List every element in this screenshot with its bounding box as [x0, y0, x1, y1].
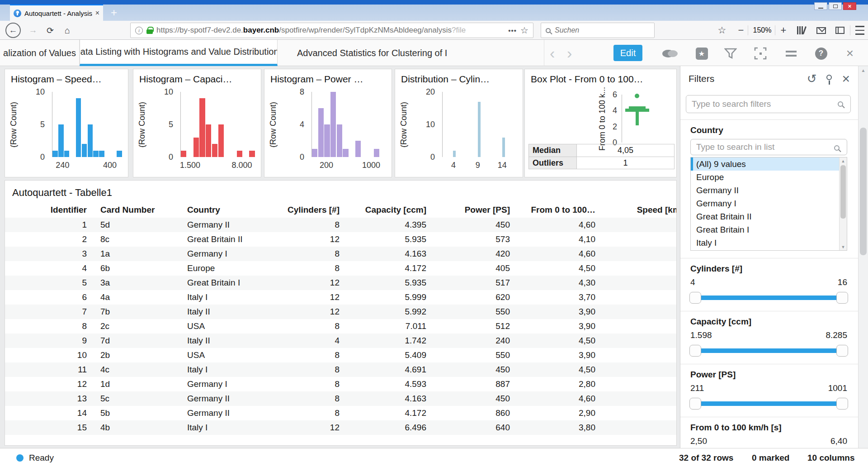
table-row[interactable]: 102bUSA85.4095503,903 — [5, 348, 677, 362]
column-header[interactable]: Cylinders [#] — [276, 202, 340, 218]
histogram-bar[interactable] — [93, 151, 99, 157]
table-row[interactable]: 28cGreat Britain II125.9355734,102 — [5, 232, 677, 247]
histogram-bar[interactable] — [52, 151, 58, 157]
table-row[interactable]: 97dItaly II41.7422404,502 — [5, 334, 677, 348]
boxplot-area[interactable] — [622, 95, 671, 143]
box-whisker[interactable] — [636, 112, 639, 125]
slider-track[interactable] — [690, 401, 847, 406]
https-lock-icon[interactable] — [146, 29, 153, 34]
range-slider[interactable] — [690, 398, 847, 410]
next-page-chevron-icon[interactable]: › — [567, 40, 572, 66]
page-tab-visualization-of-values[interactable]: alization of Values — [0, 40, 80, 66]
histogram-bar[interactable] — [218, 124, 224, 157]
site-info-icon[interactable]: i — [135, 27, 143, 34]
slider-handle-max[interactable] — [836, 345, 848, 357]
window-close-button[interactable]: × — [843, 2, 856, 10]
histogram-bar[interactable] — [212, 144, 217, 157]
slider-handle-min[interactable] — [689, 292, 701, 304]
histogram-bar[interactable] — [58, 124, 64, 157]
home-button[interactable]: ⌂ — [61, 23, 74, 38]
histogram-bar[interactable] — [355, 141, 361, 157]
filter-search-box[interactable] — [686, 95, 851, 113]
sidebar-toggle-icon[interactable] — [833, 23, 847, 38]
filters-button[interactable] — [723, 46, 738, 61]
histogram-bar[interactable] — [206, 124, 211, 157]
bookmark-star-icon[interactable]: ☆ — [520, 25, 528, 36]
outlier-dot[interactable] — [635, 94, 639, 98]
menu-button[interactable] — [854, 23, 866, 38]
table-row[interactable]: 145bGermany II84.1728602,903 — [5, 406, 677, 420]
histogram-bar[interactable] — [478, 102, 481, 157]
filter-search-input[interactable] — [686, 95, 827, 113]
histogram-bar[interactable] — [99, 151, 104, 157]
country-list-item[interactable]: Italy I — [691, 236, 847, 249]
plot-area[interactable] — [52, 92, 123, 157]
scrollbar-thumb[interactable] — [840, 165, 846, 219]
page-scrollbar[interactable]: ▲ — [858, 66, 868, 448]
mail-icon[interactable] — [814, 23, 828, 38]
histogram-bar[interactable] — [88, 124, 93, 157]
histogram-bar[interactable] — [181, 151, 186, 157]
histogram-bar[interactable] — [199, 98, 205, 157]
country-list-item[interactable]: Europe — [691, 171, 847, 184]
table-row[interactable]: 135cGermany II84.1634504,602 — [5, 391, 677, 406]
slider-handle-min[interactable] — [689, 345, 701, 357]
histogram-bar[interactable] — [330, 92, 336, 157]
plot-area[interactable] — [442, 92, 517, 157]
comments-button[interactable] — [661, 46, 675, 61]
table-row[interactable]: 31aGermany I84.1634204,603 — [5, 247, 677, 261]
histogram-bar[interactable] — [312, 149, 317, 157]
histogram-bar[interactable] — [76, 98, 81, 157]
table-row[interactable]: 46bEurope84.1724054,503 — [5, 261, 677, 276]
window-minimize-button[interactable] — [814, 2, 827, 10]
tab-close-icon[interactable]: × — [95, 9, 99, 17]
table-row[interactable]: 15dGermany II84.3954504,602 — [5, 218, 677, 232]
marking-button[interactable] — [753, 46, 768, 61]
range-slider[interactable] — [690, 345, 847, 357]
zoom-level-label[interactable]: 150% — [750, 23, 774, 38]
help-button[interactable]: ? — [814, 46, 828, 61]
zoom-in-button[interactable]: + — [778, 23, 789, 38]
browser-search-input[interactable] — [555, 26, 632, 34]
histogram-bar[interactable] — [502, 138, 505, 157]
close-toolbar-button[interactable]: × — [843, 46, 857, 61]
library-icon[interactable] — [794, 23, 808, 38]
histogram-bar[interactable] — [343, 149, 348, 157]
histogram-bar[interactable] — [237, 151, 242, 157]
scroll-up-icon[interactable]: ▲ — [859, 68, 868, 73]
column-header[interactable]: Card Number — [87, 202, 174, 218]
pin-icon[interactable] — [826, 77, 832, 80]
histogram-bar[interactable] — [64, 151, 70, 157]
slider-handle-min[interactable] — [689, 398, 701, 410]
viz-histogram-power[interactable]: Histogram – Power … (Row Count) 840 2001… — [264, 69, 392, 177]
table-row[interactable]: 121dGermany I84.5938872,803 — [5, 377, 677, 391]
plot-area[interactable] — [311, 92, 386, 157]
table-row[interactable]: 77bItaly II125.9925503,903 — [5, 305, 677, 319]
histogram-bar[interactable] — [324, 124, 330, 157]
histogram-bar[interactable] — [337, 124, 342, 157]
histogram-bar[interactable] — [249, 151, 255, 157]
zoom-out-button[interactable]: − — [735, 23, 747, 38]
browser-tab[interactable]: Autoquartett - Analysis includin × — [10, 5, 103, 21]
new-tab-button[interactable]: + — [107, 5, 121, 20]
plot-area[interactable] — [180, 92, 255, 157]
slider-handle-max[interactable] — [836, 398, 848, 410]
viz-boxplot-from-0-to-100[interactable]: Box Plot - From 0 to 100… From 0 to 100 … — [524, 69, 677, 177]
column-header[interactable]: Capacity [ccm] — [340, 202, 426, 218]
save-to-pocket-icon[interactable]: ☆ — [715, 23, 729, 38]
histogram-bar[interactable] — [82, 144, 87, 157]
slider-handle-max[interactable] — [836, 292, 848, 304]
edit-button[interactable]: Edit — [613, 45, 642, 61]
forward-button[interactable]: → — [26, 23, 40, 38]
scroll-up-icon[interactable]: ▲ — [840, 157, 847, 164]
histogram-bar[interactable] — [374, 149, 379, 157]
country-list-item[interactable]: Great Britain II — [691, 210, 847, 223]
column-header[interactable]: Speed [km/h] — [595, 202, 677, 218]
box-median-line[interactable] — [625, 109, 649, 112]
country-list-item[interactable]: Germany II — [691, 184, 847, 197]
table-row[interactable]: 64aItaly I125.9996203,703 — [5, 290, 677, 305]
column-header[interactable]: Identifier — [5, 202, 87, 218]
range-slider[interactable] — [690, 292, 847, 304]
browser-search-box[interactable] — [541, 23, 655, 38]
reload-button[interactable]: ⟳ — [43, 23, 57, 38]
